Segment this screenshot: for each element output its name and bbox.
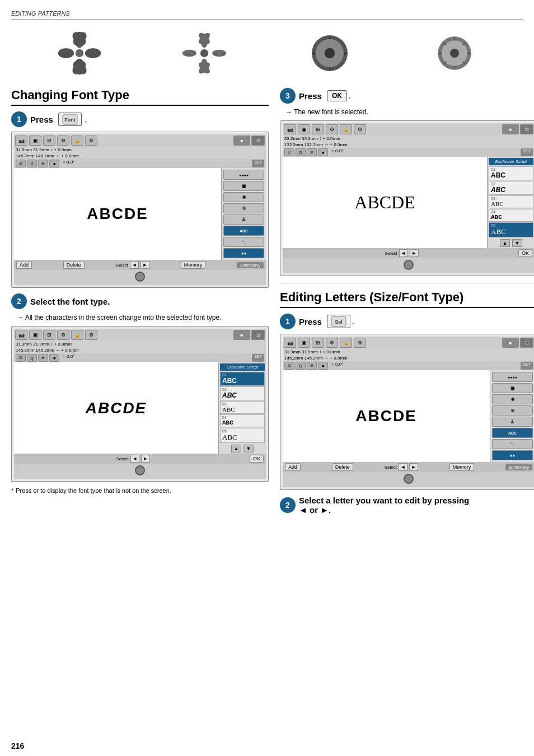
es-sb-btn-7[interactable]: 🔧: [492, 439, 533, 449]
font-list-header-3: Exclusive Script: [489, 158, 533, 165]
font-down-btn[interactable]: ▼: [243, 445, 254, 452]
font-label-2: ABC: [222, 391, 263, 399]
svg-point-26: [450, 49, 459, 58]
font-item-2[interactable]: 02 ABC: [220, 386, 265, 400]
page-container: EDITING PATTERNS: [0, 0, 534, 756]
right-arrow[interactable]: ►: [140, 261, 149, 269]
set-button-3[interactable]: SET: [521, 148, 533, 156]
es-sb-btn-2[interactable]: ▣: [492, 383, 533, 393]
set-button-2[interactable]: SET: [252, 354, 264, 362]
toolbar-row-2: 📷 ▣ ⊞ ⚙ 🔒 ⚙ ■ ⊡: [14, 329, 266, 341]
left-arrow-2[interactable]: ◄: [130, 455, 139, 463]
icon-camera: 📷: [15, 136, 27, 146]
step3-ok-area: OK: [325, 90, 349, 101]
icon-grid: ⊞: [43, 136, 55, 146]
es-info-size-2: 145.2mm 145.2mm ↔ + 0.0mm: [284, 356, 348, 361]
font-item-4[interactable]: 04 ABC: [220, 414, 265, 427]
font-item-3[interactable]: 03 ABC: [220, 401, 265, 414]
info3-line-1: 33.2mm 33.2mm ↕ + 0.0mm: [283, 136, 534, 142]
es-set-button[interactable]: SET: [521, 362, 533, 370]
font3-up-btn[interactable]: ▲: [500, 239, 510, 247]
right-arrow-2[interactable]: ►: [141, 455, 150, 463]
add-btn[interactable]: Add: [16, 261, 32, 269]
step3-circle: 3: [280, 88, 296, 104]
sb-btn-6[interactable]: ABC: [223, 226, 264, 236]
es-left-arrow[interactable]: ◄: [399, 463, 407, 471]
es-embroidery-btn[interactable]: Embroidery: [505, 464, 532, 470]
sub3-icon-3: ⊕: [307, 148, 317, 156]
es-sb-btn-4[interactable]: ⊞: [492, 405, 533, 416]
section-title-editing-letters: Editing Letters (Size/Font Type): [280, 290, 534, 308]
es-right-arrow[interactable]: ►: [409, 463, 418, 471]
font-ud-buttons: ▲ ▼: [220, 445, 265, 452]
select-label: Select: [116, 263, 128, 268]
sb-btn-1[interactable]: ●●●●: [223, 170, 264, 180]
step3-row: 3 Press OK .: [280, 88, 534, 104]
icon2-settings: ⚙: [57, 330, 69, 340]
sb-btn-2[interactable]: ▣: [223, 181, 264, 191]
right-arrow-3[interactable]: ►: [410, 249, 419, 257]
font3-item-2[interactable]: 02 ABC: [489, 181, 533, 195]
es-icon-right1: ■: [502, 338, 519, 348]
sb-btn-4[interactable]: ⊞: [223, 203, 264, 213]
memory-btn[interactable]: Memory: [181, 261, 206, 269]
select-label-2: Select: [116, 456, 128, 461]
sb-btn-3[interactable]: ◉: [223, 192, 264, 202]
es-icon-settings: ⚙: [326, 338, 338, 348]
delete-btn[interactable]: Delete: [63, 261, 85, 269]
step3-period: .: [349, 91, 351, 100]
note-row: * Press or to display the font type that…: [11, 487, 269, 494]
svg-point-13: [212, 50, 226, 57]
es-select-row: Select ◄ ►: [385, 463, 418, 471]
step2-circle: 2: [11, 293, 27, 309]
font-item-5[interactable]: 05 ABC: [220, 428, 265, 443]
font-item-1[interactable]: 01 ABC: [220, 372, 265, 386]
ok-btn-3[interactable]: OK: [518, 249, 532, 257]
font3-down-btn[interactable]: ▼: [512, 239, 522, 247]
es-sb-btn-8[interactable]: ●●: [492, 450, 533, 460]
font3-item-5[interactable]: 05 ABC: [489, 222, 533, 237]
left-arrow-3[interactable]: ◄: [399, 249, 408, 257]
es-sub-icon-3: ⊕: [307, 362, 317, 370]
font3-item-4[interactable]: 04 ABC: [489, 209, 533, 222]
es-sb-btn-6[interactable]: ABC: [492, 428, 533, 438]
es-sb-btn-5[interactable]: Ã: [492, 417, 533, 427]
es-delete-btn[interactable]: Delete: [332, 463, 353, 471]
sb-btn-8[interactable]: ●●: [223, 248, 264, 258]
font-type-button[interactable]: Font: [58, 113, 82, 126]
icon-settings: ⚙: [57, 136, 69, 146]
es-font-type-button[interactable]: Sel: [327, 315, 350, 328]
font3-item-3[interactable]: 03 ABC: [489, 195, 533, 208]
set-button[interactable]: SET: [252, 160, 264, 167]
es-memory-btn[interactable]: Memory: [449, 463, 475, 471]
sub-icons-row-3: ⊡ Q ⊕ ■ ○ 0.0° SET: [283, 148, 534, 157]
angle-info-2: ○ 0.0°: [60, 354, 74, 362]
es-sb-btn-3[interactable]: ◉: [492, 394, 533, 404]
sb-btn-7[interactable]: 🔧: [223, 237, 264, 247]
step1-button-area: Font: [57, 113, 83, 126]
es-step2-row: 2 Select a letter you want to edit by pr…: [280, 496, 534, 515]
angle-info-3: ○ 0.0°: [329, 148, 343, 156]
font-num-3: 03: [222, 402, 263, 406]
es-add-btn[interactable]: Add: [285, 463, 301, 471]
embroidery-btn[interactable]: Embroidery: [237, 262, 264, 268]
select-row: Select ◄ ►: [116, 261, 149, 269]
ok-button-inline[interactable]: OK: [327, 90, 347, 101]
font-up-btn[interactable]: ▲: [231, 445, 241, 452]
icon-right1: ■: [233, 136, 250, 146]
icon3-right2: ⊡: [520, 124, 533, 134]
es-info-line-1: 31.9mm 31.9mm ↕ + 0.0mm: [283, 349, 534, 355]
ok-btn-2[interactable]: OK: [250, 455, 264, 463]
es-abcde-display: ABCDE: [355, 407, 417, 425]
es-step1-btn-area: Sel: [325, 315, 352, 328]
font3-item-1[interactable]: 01 ABC: [489, 166, 533, 180]
es-step1-circle: 1: [280, 314, 296, 329]
es-center-circle: [404, 474, 414, 484]
center-circle-3: [404, 260, 414, 270]
es-sb-btn-1[interactable]: ●●●●: [492, 372, 533, 382]
icon2-grid: ⊞: [43, 330, 55, 340]
left-arrow[interactable]: ◄: [130, 261, 139, 269]
svg-point-4: [85, 48, 101, 58]
font-label-4: ABC: [222, 419, 263, 426]
sb-btn-5[interactable]: Ã: [223, 214, 264, 225]
